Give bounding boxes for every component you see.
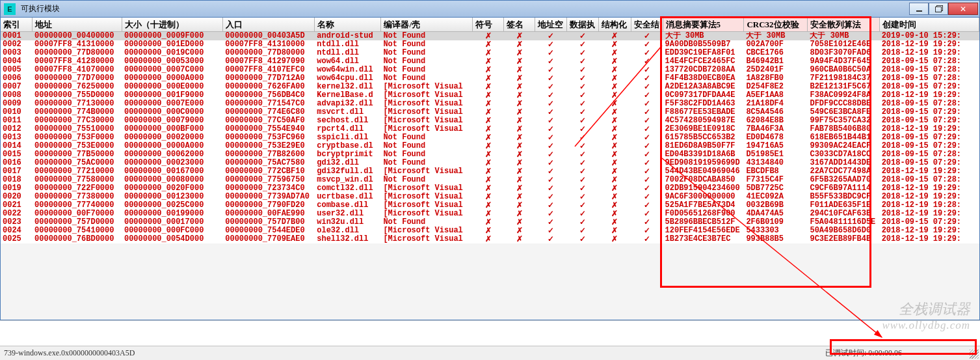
table-row[interactable]: 002200000000_00F7000000000000_0019900000… <box>1 210 979 218</box>
col-header[interactable]: 消息摘要算法5 <box>663 18 745 32</box>
cell: 00000000_76BD0000 <box>33 235 122 243</box>
col-header[interactable]: CRC32位校验 <box>744 18 808 32</box>
cell: 00000000_00053000 <box>122 57 223 66</box>
table-row[interactable]: 000100000000_0040000000000000_0009F00000… <box>1 32 979 40</box>
cell: CBCE1766 <box>744 49 808 57</box>
cell: 00000000_7709EAE0 <box>223 235 315 243</box>
cell: gdi32.dll <box>315 159 381 167</box>
table-row[interactable]: 000600000000_77D7000000000000_0000A00000… <box>1 74 979 83</box>
cell: android-stud <box>315 32 381 40</box>
cell: ✗ <box>504 125 535 133</box>
cell: F38AC09924F8A <box>808 91 879 100</box>
col-header[interactable]: 签名 <box>504 18 535 32</box>
cell: 00000000_757D7B00 <box>223 218 315 227</box>
cell: 81ED6D8A9B50F7F <box>663 142 745 150</box>
table-row[interactable]: 001900000000_722F000000000000_0020F00000… <box>1 184 979 193</box>
col-header[interactable]: 数据执 <box>567 18 599 32</box>
table-row[interactable]: 002100000000_7774000000000000_0025C00000… <box>1 201 979 210</box>
cell: ✗ <box>504 57 535 66</box>
cell: comctl32.dll <box>315 184 381 193</box>
restore-button[interactable] <box>929 3 948 15</box>
table-row[interactable]: 000200007FF8_4131000000000000_001ED00000… <box>1 40 979 49</box>
table-row[interactable]: 001100000000_77C3000000000000_0007900000… <box>1 117 979 125</box>
cell: 2018-09-15 07:28: <box>880 150 979 159</box>
col-header[interactable]: 创建时间 <box>880 18 979 32</box>
close-button[interactable]: ✕ <box>948 3 978 15</box>
table-row[interactable]: 001400000000_753E000000000000_0000A00000… <box>1 142 979 150</box>
col-header[interactable]: 索引 <box>1 18 33 32</box>
cell: ✓ <box>535 133 567 142</box>
cell: bcryptprimit <box>315 150 381 159</box>
table-row[interactable]: 001800000000_7758000000000000_0008000000… <box>1 176 979 184</box>
cell: ✓ <box>567 167 599 176</box>
cell: 960CBA0B6C50A <box>808 66 879 74</box>
table-row[interactable]: 002500000000_76BD000000000000_0054D00000… <box>1 235 979 243</box>
minimize-button[interactable] <box>909 3 929 15</box>
table-row[interactable]: 001200000000_7551000000000000_000BF00000… <box>1 125 979 133</box>
resize-grip[interactable] <box>970 350 979 359</box>
grid-viewport[interactable]: 索引地址大小（十进制）入口名称编译器/壳符号签名地址空数据执结构化安全结消息摘要… <box>1 18 979 320</box>
table-row[interactable]: 001000000000_774B000000000000_000C000000… <box>1 108 979 117</box>
col-header[interactable]: 大小（十进制） <box>122 18 223 32</box>
cell: sechost.dll <box>315 117 381 125</box>
table-row[interactable]: 000300000000_77D8000000000000_0019C00000… <box>1 49 979 57</box>
table-row[interactable]: 002400000000_7541000000000000_000FC00000… <box>1 227 979 235</box>
cell: wow64cpu.dll <box>315 74 381 83</box>
col-header[interactable]: 编译器/壳 <box>381 18 473 32</box>
cell: Not Found <box>381 142 473 150</box>
col-header[interactable]: 安全结 <box>631 18 663 32</box>
cell: 00007FF8_41280000 <box>33 57 122 66</box>
col-header[interactable]: 地址空 <box>535 18 567 32</box>
table-header[interactable]: 索引地址大小（十进制）入口名称编译器/壳符号签名地址空数据执结构化安全结消息摘要… <box>1 18 979 32</box>
table-row[interactable]: 000800000000_755D000000000000_001F900000… <box>1 91 979 100</box>
cell: win32u.dll <box>315 218 381 227</box>
cell: 00000000_77D70000 <box>33 74 122 83</box>
cell: 9A00DB0B5509B7 <box>663 40 745 49</box>
table-row[interactable]: 001300000000_753F000000000000_0002000000… <box>1 133 979 142</box>
cell: 大于 30MB <box>744 32 808 40</box>
table-row[interactable]: 001700000000_7721000000000000_0016700000… <box>1 167 979 176</box>
cell: ✓ <box>535 210 567 218</box>
cell: 00000000_77D80000 <box>223 49 315 57</box>
table-row[interactable]: 000700000000_7625000000000000_000E000000… <box>1 83 979 91</box>
cell: 194716A5 <box>744 142 808 150</box>
cell: ✗ <box>504 100 535 108</box>
col-header[interactable]: 名称 <box>315 18 381 32</box>
cell: ✗ <box>599 218 631 227</box>
cell: Not Found <box>381 40 473 49</box>
col-header[interactable]: 地址 <box>33 18 122 32</box>
table-row[interactable]: 000900000000_7713000000000000_0007E00000… <box>1 100 979 108</box>
cell: 0022 <box>1 210 33 218</box>
cell: 002A700F <box>744 40 808 49</box>
cell: 2018-12-19 19:29: <box>880 167 979 176</box>
cell: ✗ <box>473 184 504 193</box>
table-row[interactable]: 002000000000_7738000000000000_0012300000… <box>1 193 979 201</box>
cell: 137720CDB7208AA <box>663 66 745 74</box>
table-row[interactable]: 001600000000_75AC000000000000_0002300000… <box>1 159 979 167</box>
titlebar[interactable]: E 可执行模块 ✕ <box>1 1 979 18</box>
col-header[interactable]: 符号 <box>473 18 504 32</box>
cell: ✗ <box>599 159 631 167</box>
table-row[interactable]: 000400007FF8_4128000000000000_0005300000… <box>1 57 979 66</box>
cell: 2F6B0109 <box>744 218 808 227</box>
cell: 00000000_0000A000 <box>122 142 223 150</box>
table-row[interactable]: 000500007FF8_4107000000000000_0007C00000… <box>1 66 979 74</box>
col-header[interactable]: 入口 <box>223 18 315 32</box>
table-row[interactable]: 002300000000_757D000000000000_0001700000… <box>1 218 979 227</box>
cell: ✗ <box>599 100 631 108</box>
window-title: 可执行模块 <box>19 3 909 14</box>
cell: 0012 <box>1 125 33 133</box>
cell: 0014 <box>1 142 33 150</box>
col-header[interactable]: 安全散列算法 <box>808 18 879 32</box>
cell: ✓ <box>631 235 663 243</box>
cell: gdi32full.dl <box>315 167 381 176</box>
col-header[interactable]: 结构化 <box>599 18 631 32</box>
cell: [Microsoft Visual <box>381 125 473 133</box>
cell: 9C3E2EB89FB4B <box>808 235 879 243</box>
cell: ✗ <box>504 142 535 150</box>
table-row[interactable]: 001500000000_77B5000000000000_0006200000… <box>1 150 979 159</box>
cell: [Microsoft Visual <box>381 108 473 117</box>
cell: ✗ <box>473 218 504 227</box>
cell: 00000000_753E29E0 <box>223 142 315 150</box>
cell: 0015 <box>1 150 33 159</box>
